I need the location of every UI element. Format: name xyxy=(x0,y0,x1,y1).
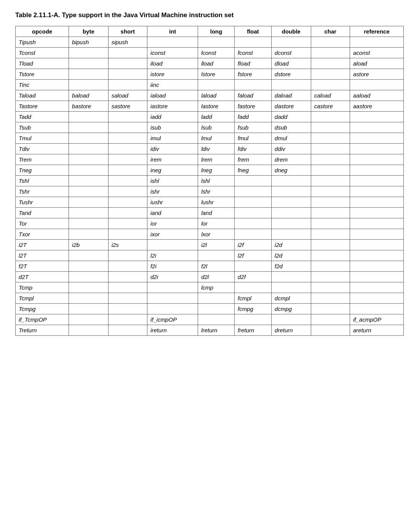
table-row: Tmulimullmulfmuldmul xyxy=(16,133,404,144)
table-row: Tushriushrlushr xyxy=(16,197,404,208)
table-cell: i2b xyxy=(69,240,109,250)
table-row: f2Tf2if2lf2d xyxy=(16,261,404,272)
table-cell: aload xyxy=(350,58,403,69)
table-cell xyxy=(311,37,350,48)
table-cell xyxy=(350,37,403,48)
table-cell xyxy=(108,133,147,144)
table-cell xyxy=(272,197,311,208)
table-cell xyxy=(311,229,350,240)
table-cell xyxy=(69,272,109,282)
table-cell: l2f xyxy=(234,250,271,261)
table-row: Tshlishllshl xyxy=(16,176,404,186)
table-cell: Tushr xyxy=(16,197,69,208)
table-cell: lor xyxy=(198,218,235,229)
table-cell: Tshl xyxy=(16,176,69,186)
table-cell xyxy=(69,325,109,336)
table-cell xyxy=(108,282,147,293)
table-cell xyxy=(234,176,271,186)
table-cell: iadd xyxy=(147,112,198,122)
table-cell xyxy=(69,112,109,122)
table-cell: caload xyxy=(311,90,350,101)
table-cell xyxy=(350,176,403,186)
table-cell: lstore xyxy=(198,69,235,80)
table-cell: dastore xyxy=(272,101,311,112)
table-cell: ddiv xyxy=(272,144,311,154)
table-cell xyxy=(234,197,271,208)
table-cell: aaload xyxy=(350,90,403,101)
table-cell: aastore xyxy=(350,101,403,112)
table-cell: i2d xyxy=(272,240,311,250)
table-cell xyxy=(350,282,403,293)
table-cell xyxy=(311,218,350,229)
table-cell xyxy=(108,69,147,80)
table-title: Table 2.11.1-A. Type support in the Java… xyxy=(15,11,404,19)
table-cell: fcmpg xyxy=(234,304,271,314)
table-cell xyxy=(198,314,235,325)
table-cell: Tadd xyxy=(16,112,69,122)
table-cell xyxy=(311,48,350,58)
table-cell: d2i xyxy=(147,272,198,282)
table-cell xyxy=(272,176,311,186)
table-cell xyxy=(69,48,109,58)
table-cell: lushr xyxy=(198,197,235,208)
table-cell xyxy=(272,37,311,48)
table-cell: castore xyxy=(311,101,350,112)
table-cell xyxy=(234,208,271,218)
table-cell: imul xyxy=(147,133,198,144)
table-cell: Tload xyxy=(16,58,69,69)
table-cell xyxy=(234,229,271,240)
table-cell: faload xyxy=(234,90,271,101)
table-cell xyxy=(311,208,350,218)
table-cell: l2d xyxy=(272,250,311,261)
table-cell xyxy=(108,154,147,165)
table-cell: f2T xyxy=(16,261,69,272)
table-cell xyxy=(108,176,147,186)
table-cell: areturn xyxy=(350,325,403,336)
table-cell xyxy=(311,165,350,176)
table-cell: d2l xyxy=(198,272,235,282)
table-row: Tipushbipushsipush xyxy=(16,37,404,48)
table-cell: drem xyxy=(272,154,311,165)
table-cell xyxy=(311,69,350,80)
table-cell: dcmpg xyxy=(272,304,311,314)
table-cell xyxy=(108,197,147,208)
table-cell: l2T xyxy=(16,250,69,261)
table-cell: Tstore xyxy=(16,69,69,80)
table-cell xyxy=(311,133,350,144)
table-cell: Tcmp xyxy=(16,282,69,293)
table-cell: d2T xyxy=(16,272,69,282)
table-cell: ishr xyxy=(147,186,198,197)
table-cell xyxy=(272,186,311,197)
table-cell: Tipush xyxy=(16,37,69,48)
jvm-type-support-table: opcodebyteshortintlongfloatdoublecharref… xyxy=(15,26,404,336)
table-cell: freturn xyxy=(234,325,271,336)
table-cell xyxy=(69,58,109,69)
table-cell xyxy=(234,80,271,90)
table-cell xyxy=(108,80,147,90)
table-cell: dadd xyxy=(272,112,311,122)
table-cell: if_TcmpOP xyxy=(16,314,69,325)
table-cell: dneg xyxy=(272,165,311,176)
table-cell: ldiv xyxy=(198,144,235,154)
table-cell: Tmul xyxy=(16,133,69,144)
table-cell: lrem xyxy=(198,154,235,165)
table-row: d2Td2id2ld2f xyxy=(16,272,404,282)
table-cell: iand xyxy=(147,208,198,218)
table-cell: Tand xyxy=(16,208,69,218)
table-cell xyxy=(272,208,311,218)
table-cell: Tor xyxy=(16,218,69,229)
table-cell xyxy=(311,304,350,314)
table-cell: lreturn xyxy=(198,325,235,336)
table-cell: iload xyxy=(147,58,198,69)
table-cell xyxy=(108,272,147,282)
table-cell xyxy=(69,282,109,293)
table-cell xyxy=(350,250,403,261)
table-cell xyxy=(272,229,311,240)
table-cell: Tneg xyxy=(16,165,69,176)
table-cell xyxy=(350,197,403,208)
table-cell xyxy=(311,282,350,293)
table-cell: lneg xyxy=(198,165,235,176)
col-header-float: float xyxy=(234,26,271,37)
table-row: Tloadiloadlloadfloaddloadaload xyxy=(16,58,404,69)
table-cell: lshr xyxy=(198,186,235,197)
